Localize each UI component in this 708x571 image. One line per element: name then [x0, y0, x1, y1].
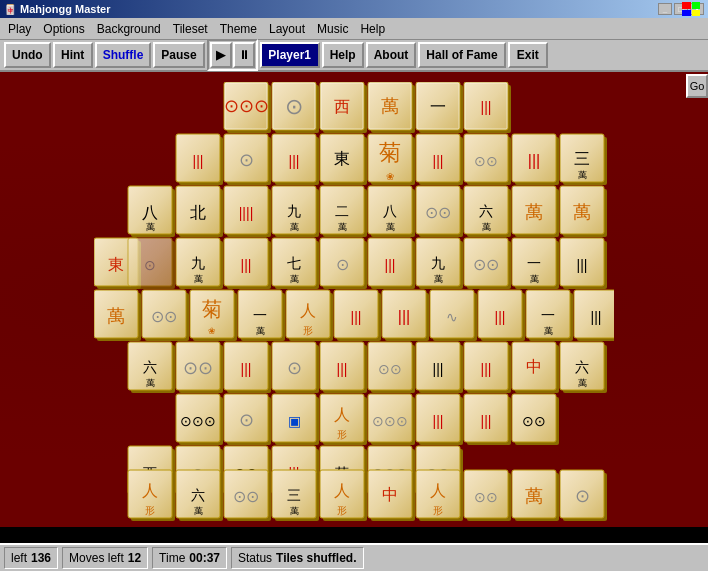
menu-tileset[interactable]: Tileset	[167, 20, 214, 38]
svg-text:萬: 萬	[525, 486, 543, 506]
time-value: 00:37	[189, 551, 220, 565]
title-bar: 🀄 Mahjongg Master _ □ ×	[0, 0, 708, 18]
status-bar: left 136 Moves left 12 Time 00:37 Status…	[0, 543, 708, 571]
pause-button[interactable]: Pause	[153, 42, 204, 68]
tile-row-1: ||| ⊙ ||| 東 菊❀ ||| ⊙⊙ ||| 三萬	[176, 134, 607, 185]
svg-text:萬: 萬	[290, 506, 299, 516]
svg-text:▣: ▣	[288, 413, 301, 429]
svg-text:中: 中	[526, 358, 542, 375]
svg-text:六: 六	[479, 203, 493, 219]
tile-row-5: 六萬 ⊙⊙ ||| ⊙ ||| ⊙⊙ ||| ||| 中 六萬	[128, 342, 607, 393]
svg-text:二: 二	[335, 203, 349, 219]
hall-of-fame-button[interactable]: Hall of Fame	[418, 42, 505, 68]
svg-text:西: 西	[334, 98, 350, 115]
svg-text:東: 東	[108, 256, 124, 273]
svg-text:一: 一	[253, 307, 267, 323]
svg-text:⊙: ⊙	[336, 256, 349, 273]
game-area: Go ⊙⊙⊙ ⊙ 西 萬	[0, 72, 708, 527]
svg-text:|||: |||	[398, 308, 410, 325]
help-button[interactable]: Help	[322, 42, 364, 68]
svg-text:一: 一	[527, 255, 541, 271]
svg-text:形: 形	[433, 505, 443, 516]
menu-theme[interactable]: Theme	[214, 20, 263, 38]
svg-text:⊙: ⊙	[287, 358, 302, 378]
svg-text:|||: |||	[385, 257, 396, 273]
svg-text:形: 形	[337, 429, 347, 440]
svg-text:萬: 萬	[530, 274, 539, 284]
svg-text:⊙⊙: ⊙⊙	[183, 358, 213, 378]
svg-text:萬: 萬	[544, 326, 553, 336]
svg-text:|||: |||	[241, 361, 252, 377]
svg-text:萬: 萬	[146, 378, 155, 388]
tile-row-4: 萬 ⊙⊙ 菊❀ 一萬 人形 ||| ||| ∿ ||| 一萬 |||	[94, 290, 614, 341]
play-button[interactable]: ▶	[210, 42, 232, 68]
svg-text:中: 中	[382, 486, 398, 503]
status-label: Status	[238, 551, 272, 565]
undo-button[interactable]: Undo	[4, 42, 51, 68]
menu-play[interactable]: Play	[2, 20, 37, 38]
svg-text:東: 東	[334, 150, 350, 167]
svg-text:九: 九	[431, 255, 445, 271]
windows-logo	[678, 0, 704, 18]
svg-text:萬: 萬	[573, 202, 591, 222]
shuffle-button[interactable]: Shuffle	[95, 42, 152, 68]
svg-text:⊙⊙: ⊙⊙	[378, 361, 402, 377]
svg-text:⊙⊙⊙: ⊙⊙⊙	[180, 413, 216, 429]
pause-media-button[interactable]: ⏸	[233, 42, 255, 68]
moves-left-label: Moves left	[69, 551, 124, 565]
svg-text:七: 七	[287, 255, 301, 271]
svg-text:形: 形	[337, 505, 347, 516]
svg-text:萬: 萬	[525, 202, 543, 222]
svg-text:⊙⊙⊙: ⊙⊙⊙	[224, 96, 269, 116]
tile-row-0: ⊙⊙⊙ ⊙ 西 萬 一 |||	[224, 82, 512, 133]
svg-text:⊙⊙: ⊙⊙	[474, 153, 498, 169]
svg-text:萬: 萬	[194, 274, 203, 284]
svg-text:一: 一	[430, 98, 446, 115]
tile-row-6: ⊙⊙⊙ ⊙ ▣ 人形 ⊙⊙⊙ ||| ||| ⊙⊙	[176, 394, 559, 445]
player-button[interactable]: Player1	[260, 42, 320, 68]
about-button[interactable]: About	[366, 42, 417, 68]
svg-text:人: 人	[300, 302, 316, 319]
svg-text:|||: |||	[577, 257, 588, 273]
title-bar-controls[interactable]: _ □ ×	[658, 3, 704, 15]
tiles-left-section: left 136	[4, 547, 58, 569]
svg-text:|||: |||	[433, 361, 444, 377]
menu-help[interactable]: Help	[354, 20, 391, 38]
svg-text:八: 八	[383, 203, 397, 219]
svg-text:菊: 菊	[379, 140, 401, 165]
svg-text:三: 三	[287, 487, 301, 503]
tile-row-2: 八萬 北 |||| 九萬 二萬 八萬 ⊙⊙ 六萬 萬 萬	[128, 186, 607, 237]
minimize-button[interactable]: _	[658, 3, 672, 15]
svg-text:|||: |||	[193, 153, 204, 169]
tiles-left-label: left	[11, 551, 27, 565]
svg-text:|||: |||	[433, 413, 444, 429]
go-button[interactable]: Go	[686, 74, 708, 98]
menu-background[interactable]: Background	[91, 20, 167, 38]
svg-text:八: 八	[142, 204, 158, 221]
svg-text:人: 人	[334, 482, 350, 499]
tile-row-8: 人形 六萬 ⊙⊙ 三萬 人形 中 人形 ⊙⊙ 萬 ⊙	[128, 470, 607, 521]
svg-text:|||: |||	[495, 309, 506, 325]
svg-text:|||: |||	[481, 361, 492, 377]
svg-text:形: 形	[145, 505, 155, 516]
svg-text:萬: 萬	[107, 306, 125, 326]
menu-music[interactable]: Music	[311, 20, 354, 38]
svg-text:|||: |||	[481, 99, 492, 115]
hint-button[interactable]: Hint	[53, 42, 93, 68]
menu-options[interactable]: Options	[37, 20, 90, 38]
svg-text:⊙: ⊙	[575, 486, 590, 506]
svg-text:三: 三	[574, 150, 590, 167]
app-icon: 🀄	[4, 4, 16, 15]
svg-text:人: 人	[430, 482, 446, 499]
svg-text:六: 六	[575, 359, 589, 375]
svg-text:|||: |||	[591, 309, 602, 325]
time-section: Time 00:37	[152, 547, 227, 569]
svg-text:|||: |||	[337, 361, 348, 377]
svg-text:萬: 萬	[434, 274, 443, 284]
svg-text:||||: ||||	[239, 205, 254, 221]
exit-button[interactable]: Exit	[508, 42, 548, 68]
svg-text:九: 九	[287, 203, 301, 219]
svg-text:萬: 萬	[386, 222, 395, 232]
menu-layout[interactable]: Layout	[263, 20, 311, 38]
svg-text:萬: 萬	[256, 326, 265, 336]
